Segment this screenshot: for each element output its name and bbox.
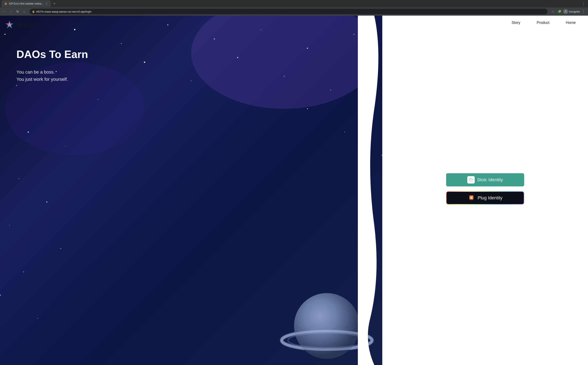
lock-icon: 🔒 [32, 10, 35, 13]
new-tab-button[interactable]: + [52, 1, 57, 7]
svg-point-23 [65, 146, 66, 146]
stoic-button-label: Stoic Identity [477, 177, 503, 182]
toolbar-right: ☆ 🧩 Incognito ⋮ [550, 9, 586, 14]
svg-rect-48 [472, 199, 473, 200]
minimize-button[interactable]: ⋮ [581, 1, 586, 7]
hero-subtitle-line2: You just work for yourself. [16, 77, 68, 82]
hero-section: DAOs To Earn You can be a boss. You just… [0, 16, 382, 365]
forward-button[interactable]: → [8, 9, 14, 14]
svg-point-30 [0, 295, 1, 296]
plug-icon [468, 194, 475, 202]
nav-home[interactable]: Home [566, 21, 576, 25]
hero-subtitle: You can be a boss. You just work for you… [16, 69, 382, 83]
tab-favicon [4, 2, 7, 5]
svg-point-25 [19, 178, 19, 179]
plug-button-label: Plug Identity [478, 195, 502, 201]
svg-point-26 [46, 201, 47, 203]
extensions-button[interactable]: 🧩 [557, 9, 562, 14]
svg-marker-44 [469, 178, 473, 181]
logo-text: NnsDAO [17, 22, 38, 28]
bookmark-button[interactable]: ☆ [550, 9, 556, 14]
navigation: Story Product Home [382, 16, 588, 25]
home-button[interactable]: ⌂ [21, 9, 27, 14]
login-area: Stoic Identity [382, 25, 588, 365]
tab-title: ICP Eco's first canister contra... [9, 2, 43, 5]
svg-point-28 [60, 248, 61, 249]
svg-point-14 [16, 85, 17, 86]
stoic-identity-button[interactable]: Stoic Identity [446, 173, 524, 186]
nav-story[interactable]: Story [512, 21, 520, 25]
svg-point-27 [9, 225, 10, 225]
svg-point-29 [23, 272, 24, 272]
svg-marker-0 [4, 2, 7, 5]
logo-container: NnsDAO [4, 20, 38, 30]
svg-point-21 [330, 90, 331, 91]
active-tab[interactable]: ICP Eco's first canister contra... ✕ [2, 0, 51, 7]
tab-close-button[interactable]: ✕ [45, 2, 48, 5]
svg-point-16 [98, 99, 99, 100]
hero-content: DAOs To Earn You can be a boss. You just… [0, 16, 382, 83]
hero-title: DAOs To Earn [16, 49, 382, 60]
address-bar[interactable]: 🔒 h637e-ziaaa-aaaaj-aaeaa-cai.raw.ic0.ap… [30, 9, 547, 14]
svg-rect-47 [470, 199, 471, 200]
browser-chrome: ICP Eco's first canister contra... ✕ + ⋮… [0, 0, 588, 16]
browser-toolbar: ← → ↻ ⌂ 🔒 h637e-ziaaa-aaaaj-aaeaa-cai.ra… [0, 7, 588, 16]
incognito-icon [563, 9, 568, 14]
svg-point-31 [37, 318, 38, 319]
nav-product[interactable]: Product [537, 21, 549, 25]
incognito-badge: Incognito [563, 9, 580, 14]
back-button[interactable]: ← [2, 9, 7, 14]
menu-button[interactable]: ⋮ [581, 9, 586, 14]
page-content: DAOs To Earn You can be a boss. You just… [0, 16, 588, 365]
svg-point-33 [344, 132, 345, 133]
svg-point-32 [307, 108, 308, 109]
right-section: Story Product Home Stoic Identity [382, 16, 588, 365]
plug-identity-button[interactable]: Plug Identity [446, 192, 524, 204]
refresh-button[interactable]: ↻ [15, 9, 20, 14]
nnsdao-logo-icon [4, 20, 15, 30]
svg-point-1 [565, 10, 566, 12]
incognito-label: Incognito [569, 10, 580, 13]
stoic-icon [467, 176, 475, 183]
tab-bar: ICP Eco's first canister contra... ✕ + ⋮ [0, 0, 588, 7]
address-text: h637e-ziaaa-aaaaj-aaeaa-cai.raw.ic0.app/… [36, 10, 545, 13]
hero-subtitle-line1: You can be a boss. [16, 70, 55, 75]
plug-button-wrapper: Plug Identity [446, 191, 524, 204]
svg-point-22 [28, 132, 29, 133]
